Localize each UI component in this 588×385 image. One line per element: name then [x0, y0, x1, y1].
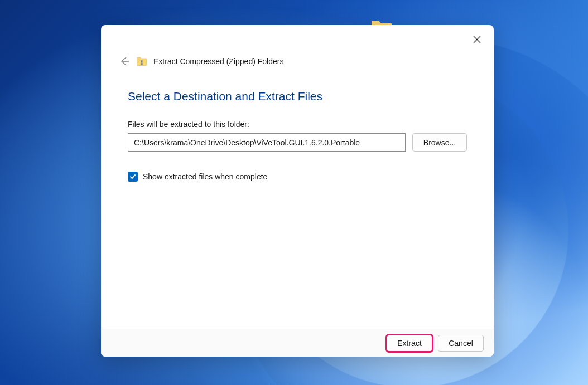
back-arrow-icon — [118, 55, 130, 67]
extract-dialog: Extract Compressed (Zipped) Folders Sele… — [101, 25, 494, 357]
zip-folder-icon — [137, 57, 147, 66]
dialog-footer: Extract Cancel — [101, 329, 494, 357]
close-button[interactable] — [465, 30, 489, 50]
svg-rect-4 — [141, 60, 143, 61]
destination-row: Browse... — [128, 133, 467, 152]
show-files-checkbox-row: Show extracted files when complete — [128, 172, 467, 182]
show-files-checkbox-label[interactable]: Show extracted files when complete — [143, 172, 267, 181]
cancel-button[interactable]: Cancel — [438, 335, 484, 352]
checkmark-icon — [129, 173, 136, 180]
destination-label: Files will be extracted to this folder: — [128, 120, 467, 129]
dialog-header: Extract Compressed (Zipped) Folders — [101, 25, 494, 69]
back-button[interactable] — [118, 55, 130, 67]
svg-rect-6 — [141, 63, 143, 64]
dialog-body: Select a Destination and Extract Files F… — [101, 69, 494, 329]
extract-button[interactable]: Extract — [387, 335, 432, 352]
browse-button[interactable]: Browse... — [412, 133, 467, 152]
svg-rect-5 — [141, 61, 143, 62]
page-heading: Select a Destination and Extract Files — [128, 90, 467, 103]
close-icon — [473, 36, 481, 43]
dialog-title: Extract Compressed (Zipped) Folders — [153, 57, 283, 66]
destination-path-input[interactable] — [128, 133, 406, 152]
show-files-checkbox[interactable] — [128, 172, 138, 182]
svg-rect-7 — [141, 64, 143, 65]
